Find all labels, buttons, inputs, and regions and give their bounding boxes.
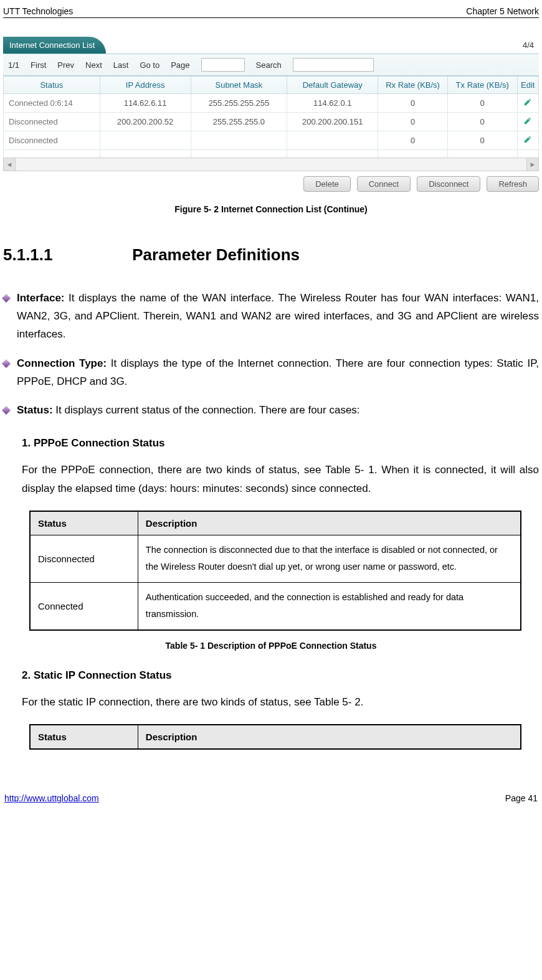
bullet-label: Interface: [17,292,65,304]
th-description: Description [138,725,521,749]
cell-rx: 0 [378,94,448,113]
subheading-static-ip: 2. Static IP Connection Status [22,669,539,682]
col-tx: Tx Rate (KB/s) [447,77,517,94]
col-mask: Subnet Mask [191,77,287,94]
diamond-bullet-icon [2,294,11,303]
cell-status: Disconnected [4,113,100,131]
edit-button[interactable] [517,131,538,150]
cell-tx: 0 [447,131,517,150]
cell-gw: 114.62.0.1 [287,94,378,113]
disconnect-button[interactable]: Disconnect [417,176,480,192]
td-status: Connected [30,582,138,630]
edit-icon [523,135,532,144]
header-left: UTT Technologies [3,6,73,16]
cell-ip: 200.200.200.52 [100,113,191,131]
td-status: Disconnected [30,535,138,582]
table-row: Connected 0:6:14 114.62.6.11 255.255.255… [4,94,539,113]
td-description: Authentication succeeded, and the connec… [138,582,521,630]
cell-mask: 255.255.255.0 [191,113,287,131]
tab-bar: Internet Connection List 4/4 [3,37,539,54]
cell-tx [447,150,517,158]
cell-rx: 0 [378,131,448,150]
first-link[interactable]: First [31,60,46,70]
cell-ip: 114.62.6.11 [100,94,191,113]
tab-internet-connection-list[interactable]: Internet Connection List [3,37,106,54]
edit-icon [523,116,532,125]
th-status: Status [30,725,138,749]
goto-page-input[interactable] [201,58,245,72]
page-label: Page [171,60,189,70]
edit-icon [523,98,532,106]
col-rx: Rx Rate (KB/s) [378,77,448,94]
table-header-row: Status IP Address Subnet Mask Default Ga… [4,77,539,94]
pppoe-status-table: Status Description Disconnected The conn… [29,511,521,631]
col-status: Status [4,77,100,94]
delete-button[interactable]: Delete [303,176,351,192]
cell-status: Disconnected [4,131,100,150]
bullet-body: It displays the name of the WAN interfac… [17,292,539,340]
connect-button[interactable]: Connect [357,176,411,192]
cell-mask [191,150,287,158]
bullet-body: It displays current status of the connec… [53,404,360,416]
th-status: Status [30,511,138,535]
goto-label: Go to [140,60,159,70]
scroll-left-arrow-icon[interactable]: ◄ [4,158,16,171]
footer-page-number: Page 41 [505,793,538,803]
cell-rx: 0 [378,113,448,131]
cell-gw [287,131,378,150]
page-counter: 1/1 [8,60,19,70]
col-ip: IP Address [100,77,191,94]
bullet-label: Status: [17,404,53,416]
cell-tx: 0 [447,94,517,113]
section-title: Parameter Definitions [132,245,300,264]
search-label: Search [256,60,282,70]
page-footer: http://www.uttglobal.com Page 41 [3,793,539,803]
edit-button[interactable] [517,94,538,113]
horizontal-scrollbar[interactable]: ◄ ► [3,158,539,171]
footer-url-link[interactable]: http://www.uttglobal.com [4,793,99,803]
table-row: Disconnected 200.200.200.52 255.255.255.… [4,113,539,131]
paging-toolbar: 1/1 First Prev Next Last Go to Page Sear… [3,54,539,76]
cell-edit-empty [517,150,538,158]
action-button-row: Delete Connect Disconnect Refresh [3,171,539,192]
diamond-bullet-icon [2,406,11,415]
cell-status [4,150,100,158]
table-row [4,150,539,158]
section-number: 5.1.1.1 [3,245,128,265]
cell-rx [378,150,448,158]
diamond-bullet-icon [2,359,11,368]
subheading-pppoe: 1. PPPoE Connection Status [22,437,539,450]
prev-link[interactable]: Prev [57,60,74,70]
td-description: The connection is disconnected due to th… [138,535,521,582]
col-gw: Default Gateway [287,77,378,94]
edit-button[interactable] [517,113,538,131]
bullet-interface: Interface: It displays the name of the W… [3,290,539,344]
page-count-label: 4/4 [523,40,539,50]
cell-gw [287,150,378,158]
scroll-right-arrow-icon[interactable]: ► [526,158,538,171]
cell-status: Connected 0:6:14 [4,94,100,113]
th-description: Description [138,511,521,535]
last-link[interactable]: Last [113,60,129,70]
static-ip-status-table: Status Description [29,724,521,750]
next-link[interactable]: Next [85,60,102,70]
cell-ip [100,150,191,158]
bullet-label: Connection Type: [17,357,107,369]
header-rule [3,17,539,18]
cell-tx: 0 [447,113,517,131]
figure-caption: Figure 5- 2 Internet Connection List (Co… [3,204,539,214]
cell-ip [100,131,191,150]
bullet-status: Status: It displays current status of th… [3,402,539,420]
connection-table: Status IP Address Subnet Mask Default Ga… [3,76,539,158]
bullet-connection-type: Connection Type: It displays the type of… [3,355,539,391]
paragraph-pppoe: For the PPPoE connection, there are two … [22,461,539,498]
refresh-button[interactable]: Refresh [487,176,539,192]
cell-mask: 255.255.255.255 [191,94,287,113]
page-header: UTT Technologies Chapter 5 Network [3,6,539,17]
search-input[interactable] [293,58,374,72]
connection-list-panel: Internet Connection List 4/4 1/1 First P… [3,37,539,192]
cell-mask [191,131,287,150]
cell-gw: 200.200.200.151 [287,113,378,131]
section-heading: 5.1.1.1 Parameter Definitions [3,245,539,265]
table-caption: Table 5- 1 Description of PPPoE Connecti… [3,641,539,651]
